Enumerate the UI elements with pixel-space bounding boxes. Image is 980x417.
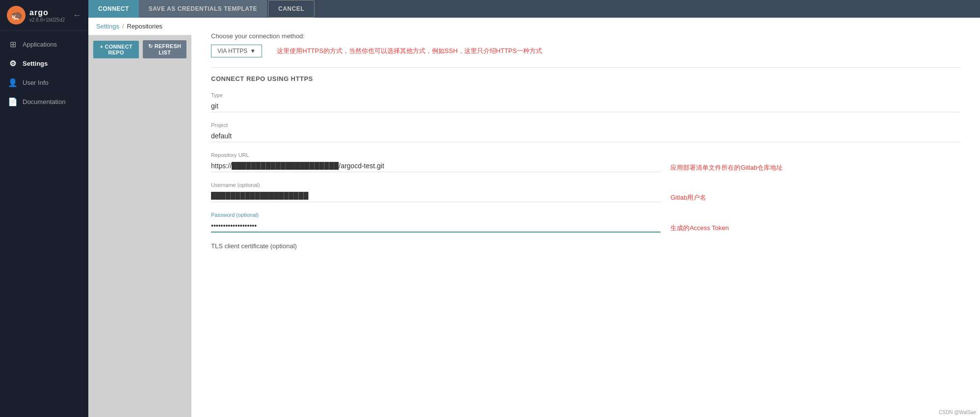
top-action-bar: CONNECT SAVE AS CREDENTIALS TEMPLATE CAN… bbox=[88, 0, 980, 18]
password-label: Password (optional) bbox=[211, 212, 960, 218]
type-field: Type git bbox=[211, 92, 960, 112]
doc-icon: 📄 bbox=[8, 97, 18, 106]
back-icon[interactable]: ← bbox=[73, 10, 81, 21]
sidebar-item-applications[interactable]: ⊞ Applications bbox=[0, 35, 88, 54]
main-content: CONNECT SAVE AS CREDENTIALS TEMPLATE CAN… bbox=[88, 0, 980, 417]
breadcrumb: Settings / Repositories bbox=[88, 18, 191, 35]
left-panel-toolbar: + CONNECT REPO ↻ REFRESH LIST bbox=[88, 35, 191, 63]
breadcrumb-separator: / bbox=[122, 23, 124, 30]
sidebar-item-user-info[interactable]: 👤 User Info bbox=[0, 73, 88, 92]
argo-avatar: 🦔 bbox=[7, 6, 26, 25]
username-annotation: Gitlab用户名 bbox=[670, 193, 706, 202]
username-label: Username (optional) bbox=[211, 182, 960, 188]
tls-section: TLS client certificate (optional) bbox=[211, 242, 960, 250]
sidebar-navigation: ⊞ Applications ⚙ Settings 👤 User Info 📄 … bbox=[0, 31, 88, 115]
sidebar-item-settings-label: Settings bbox=[23, 60, 48, 67]
type-label: Type bbox=[211, 92, 960, 98]
type-value: git bbox=[211, 100, 960, 112]
user-icon: 👤 bbox=[8, 78, 18, 87]
sidebar-item-documentation-label: Documentation bbox=[23, 98, 65, 105]
form-section-title: CONNECT REPO USING HTTPS bbox=[211, 75, 960, 82]
connect-button[interactable]: CONNECT bbox=[88, 0, 139, 18]
username-input[interactable] bbox=[211, 190, 661, 202]
repo-url-field: Repository URL 应用部署清单文件所在的Gitlab仓库地址 bbox=[211, 152, 960, 172]
sidebar-item-user-info-label: User Info bbox=[23, 79, 49, 86]
sidebar-item-documentation[interactable]: 📄 Documentation bbox=[0, 92, 88, 111]
repo-url-input[interactable] bbox=[211, 160, 661, 172]
footer-credit: CSDN @WalSae bbox=[939, 410, 976, 415]
left-panel: Settings / Repositories + CONNECT REPO ↻… bbox=[88, 18, 191, 417]
via-https-button[interactable]: VIA HTTPS ▼ bbox=[211, 45, 262, 57]
project-label: Project bbox=[211, 122, 960, 128]
https-form-section: CONNECT REPO USING HTTPS Type git Projec… bbox=[211, 75, 960, 250]
via-https-label: VIA HTTPS bbox=[217, 48, 247, 54]
dropdown-arrow-icon: ▼ bbox=[250, 48, 256, 54]
repo-panel-wrapper: Settings / Repositories + CONNECT REPO ↻… bbox=[88, 18, 980, 417]
repo-url-annotation: 应用部署清单文件所在的Gitlab仓库地址 bbox=[670, 163, 783, 172]
project-field: Project default bbox=[211, 122, 960, 142]
sidebar-item-applications-label: Applications bbox=[23, 41, 57, 48]
form-panel: Choose your connection method: VIA HTTPS… bbox=[191, 18, 980, 417]
save-credentials-button[interactable]: SAVE AS CREDENTIALS TEMPLATE bbox=[139, 0, 267, 18]
connection-method-section: Choose your connection method: VIA HTTPS… bbox=[211, 32, 960, 57]
password-annotation: 生成的Access Token bbox=[670, 224, 729, 233]
gear-icon: ⚙ bbox=[8, 59, 18, 68]
cancel-button[interactable]: CANCEL bbox=[268, 0, 315, 18]
refresh-list-button[interactable]: ↻ REFRESH LIST bbox=[143, 40, 186, 58]
section-divider bbox=[211, 67, 960, 68]
sidebar-item-settings[interactable]: ⚙ Settings bbox=[0, 54, 88, 73]
repo-url-label: Repository URL bbox=[211, 152, 960, 158]
username-field: Username (optional) Gitlab用户名 bbox=[211, 182, 960, 202]
connect-repo-button[interactable]: + CONNECT REPO bbox=[93, 41, 139, 58]
password-input[interactable] bbox=[211, 220, 661, 233]
password-field: Password (optional) 生成的Access Token bbox=[211, 212, 960, 233]
https-annotation: 这里使用HTTPS的方式，当然你也可以选择其他方式，例如SSH，这里只介绍HTT… bbox=[277, 47, 542, 55]
sidebar-logo: 🦔 argo v2.8.8+1b025d2 ← bbox=[0, 0, 88, 31]
sidebar-logo-title: argo bbox=[29, 8, 65, 17]
connection-method-label: Choose your connection method: bbox=[211, 32, 960, 40]
sidebar-logo-text: argo v2.8.8+1b025d2 bbox=[29, 8, 65, 23]
grid-icon: ⊞ bbox=[8, 40, 18, 49]
sidebar-logo-version: v2.8.8+1b025d2 bbox=[29, 17, 65, 23]
breadcrumb-settings[interactable]: Settings bbox=[96, 23, 119, 30]
sidebar: 🦔 argo v2.8.8+1b025d2 ← ⊞ Applications ⚙… bbox=[0, 0, 88, 417]
project-value: default bbox=[211, 130, 960, 142]
tls-label: TLS client certificate (optional) bbox=[211, 242, 960, 250]
breadcrumb-current: Repositories bbox=[127, 23, 162, 30]
